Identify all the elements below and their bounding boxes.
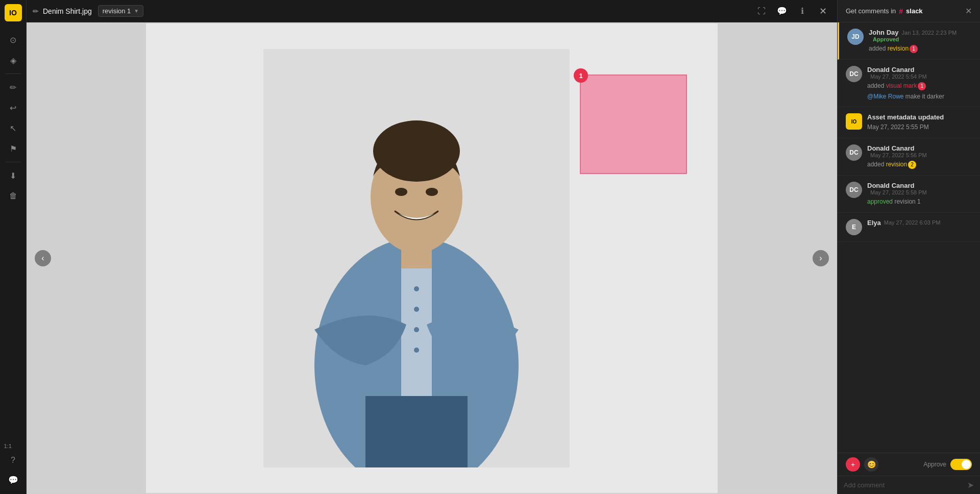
- activity-text: approved revision 1: [867, 197, 972, 206]
- canvas-content: 1: [146, 23, 718, 493]
- expand-icon[interactable]: ⛶: [753, 3, 770, 19]
- comment-input-area: ➤: [838, 476, 980, 494]
- activity-text: added revision1: [869, 44, 972, 53]
- panel-bottom: + 😊 Approve ➤: [838, 453, 980, 494]
- activity-item: JD John Day Jan 13, 2022 2:23 PM Approve…: [838, 22, 980, 60]
- chat-icon[interactable]: 💬: [4, 471, 22, 489]
- sidebar-divider-2: [6, 162, 21, 162]
- activity-time: May 27, 2022 5:54 PM: [870, 73, 927, 80]
- slack-icon: #: [899, 7, 903, 15]
- activity-item: DC Donald Canard May 27, 2022 5:58 PM ap…: [838, 176, 980, 213]
- approve-label: Approve: [923, 461, 946, 468]
- info-icon[interactable]: ℹ: [794, 3, 811, 19]
- activity-name: John Day: [869, 29, 899, 36]
- asset-image: [263, 49, 570, 467]
- activity-item: E Elya May 27, 2022 6:03 PM: [838, 213, 980, 242]
- svg-rect-8: [365, 396, 468, 467]
- flag-icon[interactable]: ⚑: [4, 139, 22, 158]
- activity-text: added visual mark1: [867, 82, 972, 90]
- activity-name: Elya: [867, 219, 881, 227]
- activity-name: Donald Canard: [867, 182, 914, 189]
- activity-name: Donald Canard: [867, 144, 914, 152]
- next-arrow[interactable]: ›: [813, 250, 829, 266]
- activity-time: May 27, 2022 5:56 PM: [870, 152, 927, 158]
- main-area: ✏ Denim Shirt.jpg revision 1 ▼ ⛶ 💬 ℹ ✕ ‹: [27, 0, 837, 494]
- left-sidebar: IO ⊙ ◈ ✏ ↩ ↖ ⚑ ⬇ 🗑 1:1 ? 💬: [0, 0, 27, 494]
- comment-input[interactable]: [844, 481, 963, 489]
- svg-point-9: [414, 286, 419, 291]
- cursor-icon[interactable]: ↖: [4, 119, 22, 137]
- revision-label: revision 1: [103, 7, 131, 15]
- svg-point-12: [414, 348, 419, 353]
- topbar: ✏ Denim Shirt.jpg revision 1 ▼ ⛶ 💬 ℹ ✕: [27, 0, 837, 22]
- activity-time-text: May 27, 2022 5:55 PM: [867, 123, 972, 132]
- send-button[interactable]: ➤: [967, 480, 974, 490]
- right-panel: Get comments in # slack ✕ JD John Day Ja…: [837, 0, 980, 494]
- chevron-down-icon: ▼: [134, 8, 139, 14]
- panel-title: Get comments in # slack: [846, 7, 923, 15]
- activity-item: DC Donald Canard May 27, 2022 5:56 PM ad…: [838, 138, 980, 176]
- activity-item: IO Asset metadata updated May 27, 2022 5…: [838, 107, 980, 138]
- avatar: E: [846, 219, 862, 235]
- avatar: DC: [846, 66, 862, 82]
- sidebar-divider-1: [6, 73, 21, 74]
- svg-point-7: [426, 188, 438, 196]
- activity-body: Donald Canard May 27, 2022 5:56 PM added…: [867, 144, 972, 169]
- reaction-bar: + 😊 Approve: [838, 453, 980, 476]
- filename-label: Denim Shirt.jpg: [43, 7, 92, 15]
- activity-name: Asset metadata updated: [867, 113, 944, 121]
- trash-icon[interactable]: 🗑: [4, 187, 22, 205]
- activity-time: May 27, 2022 6:03 PM: [884, 219, 941, 226]
- activity-body: Donald Canard May 27, 2022 5:58 PM appro…: [867, 182, 972, 206]
- activity-body: Elya May 27, 2022 6:03 PM: [867, 219, 972, 235]
- panel-close-button[interactable]: ✕: [965, 6, 972, 16]
- revision-selector[interactable]: revision 1 ▼: [98, 5, 144, 17]
- pen-icon[interactable]: ✏: [4, 78, 22, 96]
- activity-name: Donald Canard: [867, 66, 914, 73]
- close-button[interactable]: ✕: [815, 3, 831, 19]
- svg-point-11: [414, 327, 419, 332]
- avatar: DC: [846, 144, 862, 161]
- comment-icon[interactable]: 💬: [774, 3, 790, 19]
- activity-time: May 27, 2022 5:58 PM: [870, 189, 927, 195]
- activity-body: Asset metadata updated May 27, 2022 5:55…: [867, 113, 972, 132]
- annotation-box[interactable]: 1: [580, 75, 687, 174]
- activity-body: Donald Canard May 27, 2022 5:54 PM added…: [867, 66, 972, 101]
- activity-text: added revision2: [867, 160, 972, 169]
- avatar: IO: [846, 113, 862, 130]
- help-icon[interactable]: ?: [4, 451, 22, 470]
- topbar-actions: ⛶ 💬 ℹ ✕: [753, 3, 831, 19]
- activity-comment: @Mike Rowe make it darker: [867, 92, 972, 101]
- activity-feed: JD John Day Jan 13, 2022 2:23 PM Approve…: [838, 22, 980, 453]
- svg-point-10: [414, 307, 419, 312]
- prev-arrow[interactable]: ‹: [35, 250, 51, 266]
- activity-item: DC Donald Canard May 27, 2022 5:54 PM ad…: [838, 60, 980, 108]
- add-reaction-button[interactable]: +: [846, 457, 860, 472]
- app-logo[interactable]: IO: [5, 4, 22, 21]
- panel-title-text: Get comments in: [846, 7, 896, 15]
- download-icon[interactable]: ⬇: [4, 166, 22, 185]
- home-icon[interactable]: ⊙: [4, 31, 22, 49]
- edit-icon: ✏: [33, 7, 39, 15]
- undo-icon[interactable]: ↩: [4, 98, 22, 117]
- canvas-area: ‹: [27, 22, 837, 494]
- emoji-button[interactable]: 😊: [864, 457, 878, 472]
- slack-label: slack: [906, 7, 923, 15]
- activity-time: Jan 13, 2022 2:23 PM: [902, 30, 957, 36]
- status-badge: Approved: [873, 36, 899, 42]
- avatar: JD: [847, 29, 864, 45]
- approve-toggle: Approve: [923, 459, 972, 470]
- activity-body: John Day Jan 13, 2022 2:23 PM Approved a…: [869, 29, 972, 53]
- approve-toggle-switch[interactable]: [950, 459, 972, 470]
- avatar: DC: [846, 182, 862, 198]
- panel-header: Get comments in # slack ✕: [838, 0, 980, 22]
- annotation-badge: 1: [574, 68, 588, 83]
- layers-icon[interactable]: ◈: [4, 51, 22, 69]
- svg-point-6: [395, 188, 407, 196]
- zoom-level: 1:1: [4, 443, 22, 449]
